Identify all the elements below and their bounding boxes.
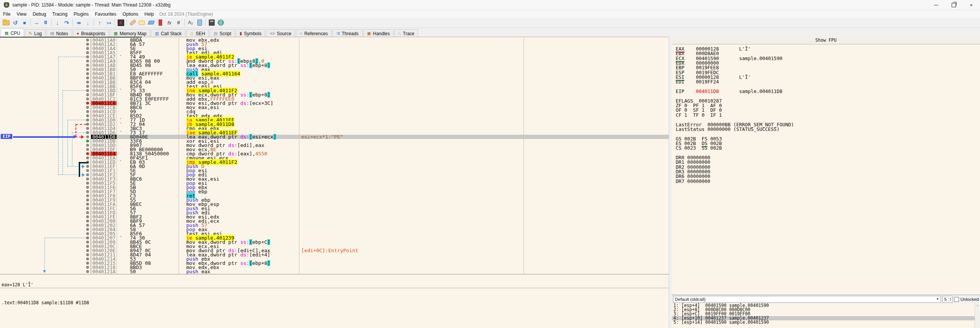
disasm-row[interactable]: 0040121A50push eax	[0, 269, 669, 274]
menu-plugins[interactable]: Plugins	[71, 11, 92, 18]
tab-threads[interactable]: ⇉Threads	[332, 29, 362, 38]
pause-icon[interactable]: Ⅱ	[41, 18, 50, 27]
breakpoint-dot[interactable]	[85, 135, 91, 139]
register-line[interactable]: LastStatus 00000000 (STATUS_SUCCESS)	[676, 127, 980, 132]
breakpoint-dot[interactable]	[85, 189, 91, 194]
tab-source[interactable]: <>Source	[266, 29, 295, 38]
tab-references[interactable]: ○References	[296, 29, 332, 38]
breakpoint-dot[interactable]	[85, 215, 91, 219]
scylla-icon[interactable]: S	[116, 18, 125, 27]
run-icon[interactable]: →	[32, 18, 41, 27]
close-icon[interactable]: ■	[20, 18, 29, 27]
register-line[interactable]	[676, 151, 980, 155]
breakpoint-dot[interactable]	[85, 46, 91, 51]
breakpoint-dot[interactable]	[85, 97, 91, 101]
breakpoint-dot[interactable]	[85, 114, 91, 118]
menu-tracing[interactable]: Tracing	[49, 11, 71, 18]
breakpoint-dot[interactable]	[85, 67, 91, 72]
breakpoint-dot[interactable]	[85, 202, 91, 206]
register-line[interactable]: DR2 00000000	[676, 165, 980, 170]
breakpoint-dot[interactable]	[85, 232, 91, 236]
breakpoint-dot[interactable]	[85, 84, 91, 88]
breakpoint-dot[interactable]	[85, 227, 91, 232]
stack-row[interactable]: 5: [esp+14] 00401590 sample.00401590	[672, 320, 980, 325]
breakpoint-dot[interactable]	[85, 93, 91, 97]
run-until-return-icon[interactable]: ↠	[74, 18, 83, 27]
breakpoint-dot[interactable]	[85, 101, 91, 105]
bookmark-icon[interactable]	[156, 18, 165, 27]
breakpoint-dot[interactable]	[85, 164, 91, 168]
breakpoint-dot[interactable]	[85, 152, 91, 156]
breakpoint-dot[interactable]	[85, 173, 91, 177]
tab-handles[interactable]: ▣Handles	[363, 29, 394, 38]
register-line[interactable]: DR0 00000000	[676, 155, 980, 160]
menu-favourites[interactable]: Favourites	[92, 11, 119, 18]
breakpoint-dot[interactable]	[85, 181, 91, 185]
calculator-icon[interactable]	[207, 18, 216, 27]
comment-icon[interactable]	[137, 18, 146, 27]
minimize-button[interactable]	[927, 0, 945, 10]
menu-file[interactable]: File	[0, 11, 13, 18]
breakpoint-dot[interactable]	[85, 185, 91, 189]
breakpoint-dot[interactable]	[85, 206, 91, 211]
tab-symbols[interactable]: ▮Symbols	[236, 29, 265, 38]
breakpoint-dot[interactable]	[85, 261, 91, 265]
calling-convention-select[interactable]: Default (stdcall) ▼	[673, 296, 941, 303]
register-line[interactable]: CF 1 TF 0 IF 1	[676, 113, 980, 117]
breakpoint-dot[interactable]	[85, 168, 91, 173]
stack-depth-stepper[interactable]: 5 ▲▼	[942, 296, 952, 303]
breakpoint-dot[interactable]	[85, 105, 91, 109]
menu-help[interactable]: Help	[141, 11, 157, 18]
breakpoint-dot[interactable]	[85, 269, 91, 274]
tab-script[interactable]: ▤Script	[210, 29, 235, 38]
show-fpu-button[interactable]: Show FPU	[672, 37, 980, 44]
breakpoint-dot[interactable]	[85, 126, 91, 131]
breakpoint-dot[interactable]	[85, 248, 91, 253]
breakpoint-dot[interactable]	[85, 198, 91, 202]
breakpoint-dot[interactable]	[85, 240, 91, 244]
breakpoint-dot[interactable]	[85, 38, 91, 42]
step-over-icon[interactable]: ↷	[62, 18, 71, 27]
breakpoint-dot[interactable]	[85, 72, 91, 76]
breakpoint-dot[interactable]	[85, 265, 91, 269]
register-line[interactable]: EDI 0019FF24	[676, 80, 980, 84]
breakpoint-dot[interactable]	[85, 223, 91, 227]
hash-icon[interactable]: #	[174, 18, 183, 27]
internet-icon[interactable]	[216, 18, 225, 27]
breakpoint-dot[interactable]	[85, 42, 91, 46]
breakpoint-dot[interactable]	[85, 139, 91, 143]
breakpoint-dot[interactable]	[85, 211, 91, 215]
register-line[interactable]: DR3 00000000	[676, 170, 980, 174]
menu-view[interactable]: View	[13, 11, 30, 18]
breakpoint-dot[interactable]	[85, 80, 91, 84]
open-file-icon[interactable]	[2, 18, 11, 27]
register-line[interactable]: ECX 00401590 sample.00401590	[676, 56, 980, 61]
step-into-icon[interactable]: ↓	[53, 18, 62, 27]
breakpoint-dot[interactable]	[85, 147, 91, 152]
breakpoint-dot[interactable]	[85, 63, 91, 67]
stack-scrollbar[interactable]: ▲	[975, 303, 980, 328]
tab-call-stack[interactable]: ▥Call Stack	[151, 29, 185, 38]
register-line[interactable]: ESI 00000128 L'Ĩ'	[676, 75, 980, 80]
run-to-user-code-icon[interactable]: ↑	[95, 18, 104, 27]
tab-memory-map[interactable]: ▦Memory Map	[110, 29, 150, 38]
breakpoint-dot[interactable]	[85, 194, 91, 198]
breakpoint-dot[interactable]	[85, 59, 91, 63]
breakpoint-dot[interactable]	[85, 143, 91, 147]
breakpoint-dot[interactable]	[85, 109, 91, 114]
register-line[interactable]: DR1 00000000	[676, 160, 980, 165]
tab-cpu[interactable]: ▦CPU	[1, 28, 24, 38]
unlocked-checkbox[interactable]: Unlocked	[954, 297, 979, 302]
register-line[interactable]: EBP 0019FEE8	[676, 65, 980, 70]
breakpoint-dot[interactable]	[85, 244, 91, 248]
tab-notes[interactable]: ▤Notes	[46, 29, 72, 38]
step-out-icon[interactable]: ↓	[83, 18, 92, 27]
breakpoint-dot[interactable]	[85, 257, 91, 261]
restart-icon[interactable]: ↺	[11, 18, 20, 27]
disassembly-view[interactable]: 004011A08BDAmov ebx,edx004011A26A 57push…	[0, 37, 669, 274]
function-icon[interactable]: fx	[165, 18, 174, 27]
attach-icon[interactable]: ↣	[104, 18, 113, 27]
register-line[interactable]: DR7 00000000	[676, 179, 980, 184]
register-line[interactable]: EAX 00000128 L'Ĩ'	[676, 47, 980, 51]
register-line[interactable]: EIP 004011D8 sample.004011D8	[676, 89, 980, 94]
